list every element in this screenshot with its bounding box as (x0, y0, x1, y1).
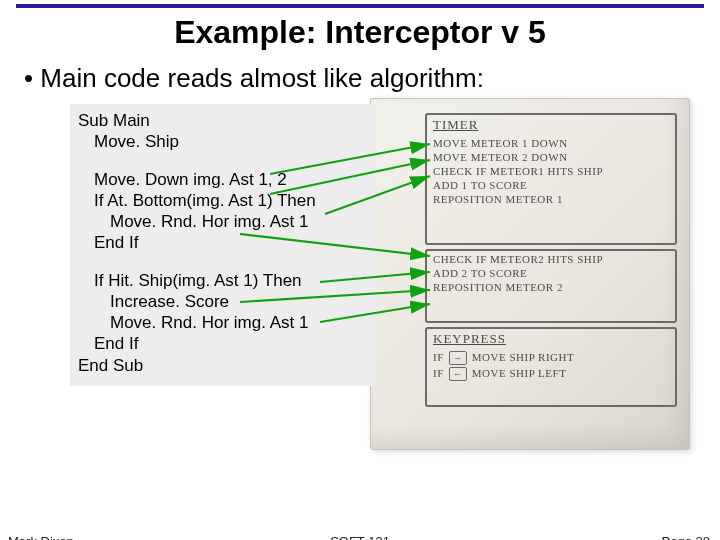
note-line: ADD 1 TO SCORE (433, 179, 679, 191)
code-block: Sub Main Move. Ship Move. Down img. Ast … (70, 104, 376, 386)
code-line: Move. Ship (78, 131, 368, 152)
note-block-timer: TIMER MOVE METEOR 1 DOWN MOVE METEOR 2 D… (433, 117, 679, 207)
note-heading: KEYPRESS (433, 331, 679, 347)
note-line: CHECK IF METEOR2 HITS SHIP (433, 253, 679, 265)
left-arrow-key-icon: ← (449, 367, 467, 381)
code-line: If At. Bottom(img. Ast 1) Then (78, 190, 368, 211)
note-line: CHECK IF METEOR1 HITS SHIP (433, 165, 679, 177)
code-line: End If (78, 232, 368, 253)
right-arrow-key-icon: → (449, 351, 467, 365)
note-line: ADD 2 TO SCORE (433, 267, 679, 279)
note-block-keypress: KEYPRESS IF → MOVE SHIP RIGHT IF ← MOVE … (433, 331, 679, 383)
note-line: REPOSITION METEOR 1 (433, 193, 679, 205)
code-line: End Sub (78, 356, 143, 375)
note-line: REPOSITION METEOR 2 (433, 281, 679, 293)
code-line: Move. Down img. Ast 1, 2 (78, 169, 368, 190)
code-line: Move. Rnd. Hor img. Ast 1 (78, 312, 368, 333)
note-text: IF (433, 367, 444, 379)
slide-title: Example: Interceptor v 5 (0, 14, 720, 51)
note-text: MOVE SHIP LEFT (472, 367, 567, 379)
handwritten-notes: TIMER MOVE METEOR 1 DOWN MOVE METEOR 2 D… (370, 98, 690, 450)
code-line: End If (78, 333, 368, 354)
code-line: Sub Main (78, 111, 150, 130)
main-bullet: • Main code reads almost like algorithm: (24, 63, 720, 94)
note-heading: TIMER (433, 117, 679, 133)
code-line: Move. Rnd. Hor img. Ast 1 (78, 211, 368, 232)
content-area: Sub Main Move. Ship Move. Down img. Ast … (70, 104, 720, 464)
code-line: Increase. Score (78, 291, 368, 312)
footer-course: SOFT 131 (0, 534, 720, 540)
note-line: IF → MOVE SHIP RIGHT (433, 351, 679, 365)
note-text: MOVE SHIP RIGHT (472, 351, 574, 363)
note-line: MOVE METEOR 1 DOWN (433, 137, 679, 149)
note-block-meteor2: CHECK IF METEOR2 HITS SHIP ADD 2 TO SCOR… (433, 253, 679, 295)
note-text: IF (433, 351, 444, 363)
footer-page: Page 28 (662, 534, 710, 540)
code-line: If Hit. Ship(img. Ast 1) Then (78, 270, 368, 291)
note-line: MOVE METEOR 2 DOWN (433, 151, 679, 163)
note-line: IF ← MOVE SHIP LEFT (433, 367, 679, 381)
